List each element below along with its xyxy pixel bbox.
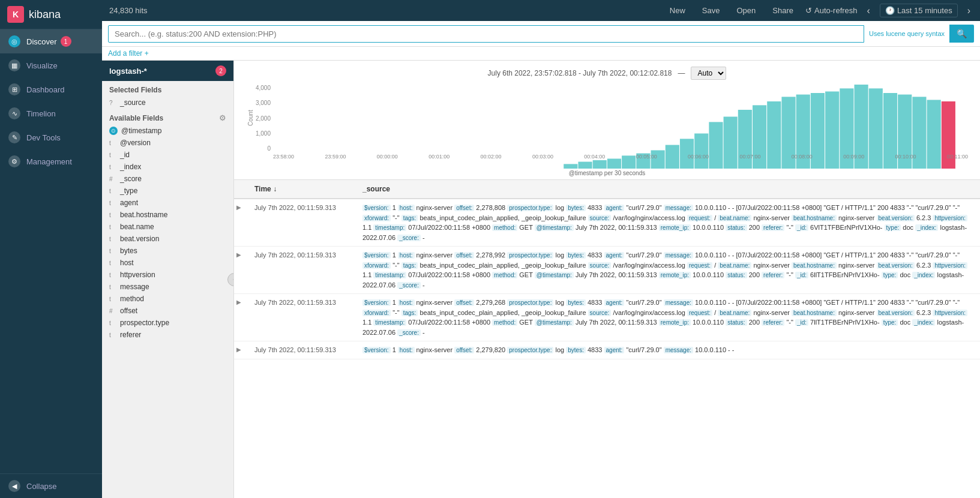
th-expand (234, 180, 248, 198)
content-area: ‹ logstash-* 2 Selected Fields ? _source… (102, 61, 980, 498)
field-tag: agent: (604, 347, 625, 353)
auto-refresh-button[interactable]: ↺ Auto-refresh (805, 6, 858, 15)
chart-interval-select[interactable]: Auto (691, 67, 726, 80)
field-item-score[interactable]: # _score (102, 173, 233, 185)
x-label: 23:58:00 (273, 154, 294, 160)
field-name: httpversion (120, 271, 155, 279)
field-tag: prospector.type: (507, 299, 553, 306)
share-button[interactable]: Share (768, 4, 798, 17)
table-row[interactable]: ▶ July 7th 2022, 00:11:59.313 $version: … (234, 199, 980, 246)
field-item-beat-name[interactable]: t beat.name (102, 221, 233, 233)
field-item-version[interactable]: t @version (102, 137, 233, 149)
sidebar-item-label: Discover (26, 37, 57, 46)
save-button[interactable]: Save (697, 4, 725, 17)
field-tag: @timestamp: (535, 224, 574, 231)
field-tag: xforward: (362, 262, 391, 269)
field-tag: beat.name: (718, 310, 751, 316)
field-item-timestamp[interactable]: ⊙ @timestamp (102, 125, 233, 137)
field-tag: tags: (401, 215, 418, 221)
x-label: 00:10:00 (895, 154, 916, 160)
field-type-label: # (109, 176, 116, 182)
field-type-label: t (109, 320, 116, 326)
clock-icon: ⊙ (109, 127, 118, 135)
field-item-agent[interactable]: t agent (102, 197, 233, 209)
field-tag: bytes: (566, 252, 586, 259)
x-label: 00:09:00 (843, 154, 864, 160)
sidebar-item-label: Timelion (26, 109, 56, 118)
y-label-4000: 4,000 (256, 85, 271, 91)
field-item-host[interactable]: t host (102, 257, 233, 269)
compass-icon: ◎ (8, 35, 20, 47)
field-item-source[interactable]: ? _source (102, 97, 233, 109)
field-item-beat-hostname[interactable]: t beat.hostname (102, 209, 233, 221)
sidebar-nav: ◎ Discover 1 ▦ Visualize ⊞ Dashboard ∿ T… (0, 29, 102, 473)
sidebar-collapse-button[interactable]: ◀ Collapse (0, 473, 102, 498)
field-name: method (120, 295, 144, 303)
x-label: 23:59:00 (325, 154, 346, 160)
toolbar-actions: New Save Open Share ↺ Auto-refresh ‹ 🕐 L… (665, 4, 973, 17)
field-tag: prospector.type: (507, 347, 553, 353)
field-tag: timestamp: (373, 319, 406, 326)
time-range-button[interactable]: 🕐 Last 15 minutes (880, 4, 958, 17)
open-button[interactable]: Open (732, 4, 761, 17)
wave-icon: ∿ (8, 107, 20, 119)
field-tag: remote_ip: (659, 224, 691, 231)
next-time-button[interactable]: › (965, 4, 973, 17)
field-item-message[interactable]: t message (102, 281, 233, 293)
field-item-beat-version[interactable]: t beat.version (102, 233, 233, 245)
table-row[interactable]: ▶ July 7th 2022, 00:11:59.313 $version: … (234, 294, 980, 341)
field-tag: agent: (604, 205, 625, 211)
table-header: Time ↓ _source (234, 180, 980, 199)
prev-time-button[interactable]: ‹ (865, 4, 873, 17)
field-tag: type: (882, 319, 898, 326)
row-expand-button[interactable]: ▶ (234, 294, 248, 309)
table-row[interactable]: ▶ July 7th 2022, 00:11:59.313 $version: … (234, 341, 980, 359)
field-tag: tags: (401, 262, 418, 269)
field-item-httpversion[interactable]: t httpversion (102, 269, 233, 281)
field-item-bytes[interactable]: t bytes (102, 245, 233, 257)
search-input[interactable] (108, 25, 864, 43)
sidebar-item-devtools[interactable]: ✎ Dev Tools (0, 125, 102, 149)
field-tag: message: (664, 299, 693, 306)
field-item-id[interactable]: t _id (102, 149, 233, 161)
table-row-container: ▶ July 7th 2022, 00:11:59.313 $version: … (234, 341, 980, 359)
field-name: _source (120, 98, 146, 107)
field-item-referer[interactable]: t referer (102, 329, 233, 341)
field-tag: referer: (762, 224, 784, 231)
table-area[interactable]: Time ↓ _source ▶ July 7th 2022, 00:11:59… (234, 180, 980, 498)
field-tag: bytes: (566, 205, 586, 211)
search-button[interactable]: 🔍 (949, 25, 974, 43)
field-name: beat.hostname (120, 211, 167, 219)
field-tag: method: (492, 272, 517, 278)
field-item-prospector-type[interactable]: t prospector.type (102, 317, 233, 329)
x-label: 00:04:00 (584, 154, 605, 160)
add-filter-button[interactable]: Add a filter + (108, 49, 149, 58)
field-item-method[interactable]: t method (102, 293, 233, 305)
sidebar-item-dashboard[interactable]: ⊞ Dashboard (0, 77, 102, 101)
sidebar-item-visualize[interactable]: ▦ Visualize (0, 53, 102, 77)
th-time[interactable]: Time ↓ (248, 180, 356, 198)
table-row[interactable]: ▶ July 7th 2022, 00:11:59.313 $version: … (234, 247, 980, 293)
field-tag: xforward: (362, 215, 391, 221)
row-expand-button[interactable]: ▶ (234, 247, 248, 262)
chart-icon: ▦ (8, 59, 20, 71)
field-item-offset[interactable]: # offset (102, 305, 233, 317)
field-type-label: t (109, 188, 116, 194)
row-expand-button[interactable]: ▶ (234, 199, 248, 214)
available-fields-settings-icon[interactable]: ⚙ (219, 113, 226, 122)
row-expand-button[interactable]: ▶ (234, 341, 248, 356)
field-name: beat.version (120, 235, 159, 243)
field-item-type[interactable]: t _type (102, 185, 233, 197)
field-tag: status: (726, 272, 747, 278)
sidebar-item-management[interactable]: ⚙ Management (0, 149, 102, 173)
new-button[interactable]: New (665, 4, 690, 17)
field-tag: @timestamp: (535, 319, 574, 326)
field-item-index[interactable]: t _index (102, 161, 233, 173)
chart-x-title: @timestamp per 30 seconds (246, 170, 968, 176)
sidebar-item-label: Dashboard (26, 85, 65, 94)
row-time: July 7th 2022, 00:11:59.313 (248, 294, 356, 310)
sidebar-item-discover[interactable]: ◎ Discover 1 (0, 29, 102, 53)
main-content: 24,830 hits New Save Open Share ↺ Auto-r… (102, 0, 980, 498)
sidebar-item-timelion[interactable]: ∿ Timelion (0, 101, 102, 125)
field-tag: request: (687, 215, 712, 221)
